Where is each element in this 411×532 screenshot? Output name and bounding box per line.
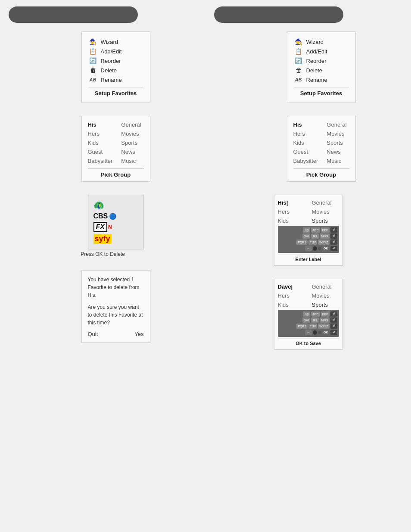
kb2-key-abc[interactable]: ABC: [311, 311, 320, 317]
group-his[interactable]: His: [88, 121, 113, 129]
right-menu-wizard[interactable]: 🧙 Wizard: [294, 37, 349, 47]
kb-key-ghi[interactable]: GHI: [302, 233, 310, 239]
left-menu-delete[interactable]: 🗑 Delete: [89, 65, 143, 75]
kb2-key-pqrs[interactable]: PQRS: [296, 324, 308, 329]
kb-key-abc[interactable]: ABC: [311, 227, 320, 233]
syfy-logo: syfy: [93, 234, 138, 244]
ok-save-movies: Movies: [312, 292, 339, 300]
kb2-key-mno[interactable]: MNO: [320, 317, 329, 323]
kb2-key-ok2[interactable]: ⏎: [330, 317, 337, 323]
group-news[interactable]: News: [121, 148, 143, 156]
right-menu-footer: Setup Favorites: [294, 87, 349, 96]
kb-key-ok-final[interactable]: OK: [322, 246, 330, 251]
right-ok-save-panel: Dave| General Hers Movies Kids Sports .!…: [274, 279, 343, 350]
left-group-footer: Pick Group: [88, 168, 144, 178]
ok-save-footer: OK to Save: [278, 339, 339, 346]
fx-logo: FX N: [93, 222, 138, 232]
kb2-key-punctuation[interactable]: .!@: [303, 311, 310, 317]
right-wizard-icon: 🧙: [294, 38, 303, 45]
kb2-key-jkl[interactable]: JKL: [311, 317, 319, 323]
left-menu-rename[interactable]: AB Rename: [89, 75, 143, 84]
left-group-picker: His General Hers Movies Kids Sports Gues…: [81, 116, 150, 182]
right-menu-rename[interactable]: AB Rename: [294, 75, 349, 84]
reorder-label: Reorder: [101, 58, 121, 64]
right-addedit-label: Add/Edit: [306, 48, 327, 55]
group-hers[interactable]: Hers: [88, 130, 113, 138]
ok-save-kids: Kids: [278, 301, 305, 309]
right-group-hers[interactable]: Hers: [293, 130, 318, 138]
enter-label-his[interactable]: His|: [278, 199, 305, 207]
kb2-key-wxyz[interactable]: WXYZ: [318, 324, 329, 329]
confirm-yes-btn[interactable]: Yes: [134, 331, 143, 337]
group-babysitter[interactable]: Babysitter: [88, 157, 113, 165]
kb-key-pqrs[interactable]: PQRS: [296, 240, 308, 245]
group-sports[interactable]: Sports: [121, 139, 143, 147]
right-group-music[interactable]: Music: [327, 157, 349, 165]
group-music[interactable]: Music: [121, 157, 143, 165]
left-confirm-panel: You have selected 1 Favorite to delete f…: [81, 270, 150, 343]
right-group-sports[interactable]: Sports: [327, 139, 349, 147]
rename-icon: AB: [89, 76, 97, 83]
right-menu-reorder[interactable]: 🔄 Reorder: [294, 56, 349, 65]
kb-key-punctuation[interactable]: .!@: [303, 227, 310, 233]
kb2-key-ok-enter[interactable]: ⏎: [330, 330, 337, 335]
kb-key-ok2[interactable]: ⏎: [330, 233, 337, 239]
cbs-logo: CBS 🔵: [93, 212, 138, 220]
right-group-kids[interactable]: Kids: [293, 139, 318, 147]
kb2-dot: [313, 330, 317, 335]
right-group-news[interactable]: News: [327, 148, 349, 156]
delete-label: Delete: [101, 67, 117, 74]
kb-key-mno[interactable]: MNO: [320, 233, 329, 239]
kb2-key-ok-final[interactable]: OK: [322, 330, 330, 335]
right-group-picker: His General Hers Movies Kids Sports Gues…: [287, 116, 356, 182]
left-setup-menu: 🧙 Wizard 📋 Add/Edit 🔄 Reorder 🗑 Delete A…: [81, 31, 150, 103]
ok-save-dave[interactable]: Dave|: [278, 283, 305, 291]
kb2-key-ghi[interactable]: GHI: [302, 317, 310, 323]
kb2-key-def[interactable]: DEF: [321, 311, 330, 317]
ok-save-sports[interactable]: Sports: [312, 301, 339, 309]
right-rename-label: Rename: [306, 77, 327, 83]
kb-key-def[interactable]: DEF: [321, 227, 330, 233]
right-group-general[interactable]: General: [327, 121, 349, 129]
right-menu-delete[interactable]: 🗑 Delete: [294, 65, 349, 75]
left-menu-wizard[interactable]: 🧙 Wizard: [89, 37, 143, 47]
group-general[interactable]: General: [121, 121, 143, 129]
right-menu-addedit[interactable]: 📋 Add/Edit: [294, 47, 349, 56]
wizard-label: Wizard: [101, 39, 118, 45]
rename-label: Rename: [101, 77, 122, 83]
right-group-footer: Pick Group: [293, 168, 349, 178]
kb-key-ok-enter[interactable]: ⏎: [330, 246, 337, 251]
group-movies[interactable]: Movies: [121, 130, 143, 138]
right-reorder-label: Reorder: [306, 58, 327, 64]
right-group-movies[interactable]: Movies: [327, 130, 349, 138]
right-group-his[interactable]: His: [293, 121, 318, 129]
kb2-dot2: [318, 331, 321, 334]
left-menu-addedit[interactable]: 📋 Add/Edit: [89, 47, 143, 56]
group-guest[interactable]: Guest: [88, 148, 113, 156]
kb-key-tuv[interactable]: TUV: [308, 240, 317, 245]
right-enter-label-panel: His| General Hers Movies Kids Sports .!@…: [274, 195, 343, 266]
kb-key-wxyz[interactable]: WXYZ: [318, 240, 329, 245]
enter-label-footer: Enter Label: [278, 255, 339, 262]
kb2-key-ok3[interactable]: ⏎: [330, 324, 337, 329]
addedit-icon: 📋: [89, 48, 97, 55]
kb-key-back[interactable]: ←: [305, 246, 312, 251]
right-header-bar: [214, 6, 343, 23]
enter-label-sports[interactable]: Sports: [312, 217, 339, 225]
kb2-key-tuv[interactable]: TUV: [308, 324, 317, 329]
left-channel-panel: 🦚 CBS 🔵 FX N syfy: [88, 195, 144, 249]
right-group-guest[interactable]: Guest: [293, 148, 318, 156]
kb-key-ok3[interactable]: ⏎: [330, 240, 337, 245]
kb2-key-back[interactable]: ←: [305, 330, 312, 335]
right-group-babysitter[interactable]: Babysitter: [293, 157, 318, 165]
group-kids[interactable]: Kids: [88, 139, 113, 147]
addedit-label: Add/Edit: [101, 48, 122, 55]
reorder-icon: 🔄: [89, 57, 97, 64]
left-menu-reorder[interactable]: 🔄 Reorder: [89, 56, 143, 65]
kb-key-ok1[interactable]: ⏎: [330, 227, 337, 233]
enter-label-kids: Kids: [278, 217, 305, 225]
kb-key-jkl[interactable]: JKL: [311, 233, 319, 239]
confirm-text2: Are you sure you want to delete this Fav…: [88, 303, 144, 327]
confirm-quit-btn[interactable]: Quit: [88, 331, 98, 337]
kb2-key-ok1[interactable]: ⏎: [330, 311, 337, 317]
